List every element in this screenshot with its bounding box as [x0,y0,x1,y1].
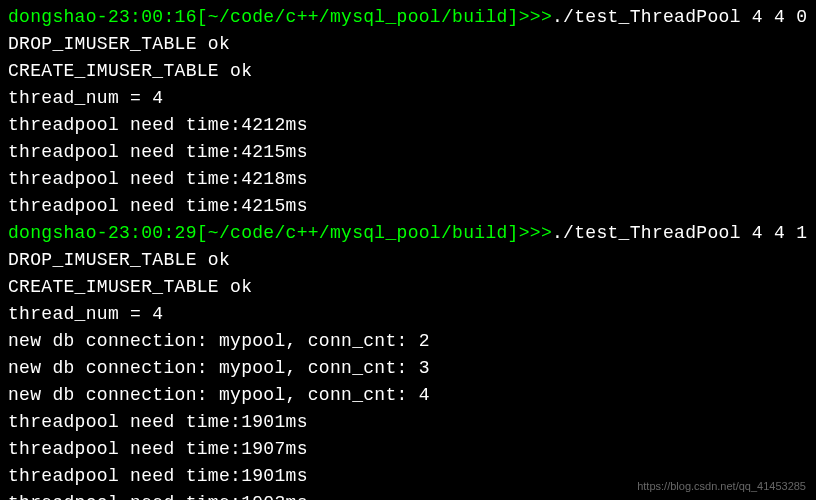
output-line: threadpool need time:4218ms [8,166,808,193]
output-line: thread_num = 4 [8,301,808,328]
command-text: ./test_ThreadPool 4 4 0 [552,7,807,27]
output-line: CREATE_IMUSER_TABLE ok [8,274,808,301]
output-line: threadpool need time:4215ms [8,193,808,220]
prompt-marker: >>> [519,7,552,27]
watermark-text: https://blog.csdn.net/qq_41453285 [637,478,806,495]
output-line: threadpool need time:1907ms [8,436,808,463]
command-text: ./test_ThreadPool 4 4 1 [552,223,807,243]
prompt-line-2: dongshao-23:00:29[~/code/c++/mysql_pool/… [8,220,808,247]
output-line: threadpool need time:4212ms [8,112,808,139]
prompt-path: [~/code/c++/mysql_pool/build] [197,7,519,27]
prompt-path: [~/code/c++/mysql_pool/build] [197,223,519,243]
prompt-user-host: dongshao-23:00:16 [8,7,197,27]
output-line: new db connection: mypool, conn_cnt: 2 [8,328,808,355]
prompt-line-1: dongshao-23:00:16[~/code/c++/mysql_pool/… [8,4,808,31]
output-line: thread_num = 4 [8,85,808,112]
output-line: new db connection: mypool, conn_cnt: 4 [8,382,808,409]
output-line: new db connection: mypool, conn_cnt: 3 [8,355,808,382]
output-line: threadpool need time:1901ms [8,409,808,436]
prompt-marker: >>> [519,223,552,243]
terminal-window[interactable]: dongshao-23:00:16[~/code/c++/mysql_pool/… [8,4,808,500]
output-line: DROP_IMUSER_TABLE ok [8,31,808,58]
output-line: DROP_IMUSER_TABLE ok [8,247,808,274]
prompt-user-host: dongshao-23:00:29 [8,223,197,243]
output-line: CREATE_IMUSER_TABLE ok [8,58,808,85]
output-line: threadpool need time:4215ms [8,139,808,166]
